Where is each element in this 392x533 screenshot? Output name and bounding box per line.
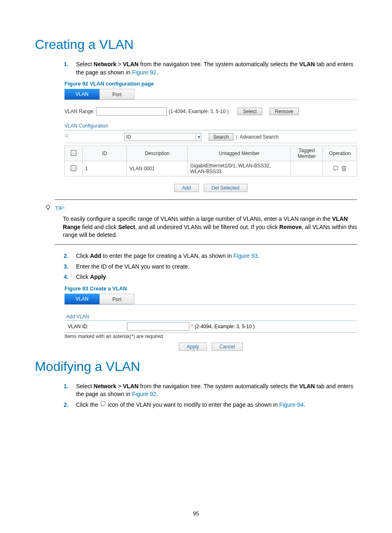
chevron-down-icon: ▾ [196, 134, 200, 140]
fig93-screenshot: VLAN Port Add VLAN VLAN ID: *(2-4094, Ex… [65, 294, 357, 351]
link-fig93[interactable]: Figure 93 [233, 253, 258, 259]
tip-label: TIP: [55, 205, 65, 211]
tab-bar: VLAN Port [65, 89, 357, 100]
fig93-caption: Figure 93 Create a VLAN [65, 285, 357, 292]
mod-step-1-number: 1. [64, 382, 76, 399]
fig92-screenshot: VLAN Port VLAN Range: (1-4094, Example: … [65, 89, 357, 192]
heading-creating-vlan: Creating a VLAN [35, 37, 357, 52]
modify-icon [100, 401, 106, 409]
cell-description: VLAN 0001 [127, 161, 188, 176]
vlan-id-input[interactable] [127, 322, 189, 331]
remove-button[interactable]: Remove [270, 108, 299, 115]
add-vlan-section: Add VLAN [65, 313, 357, 321]
select-button[interactable]: Select [238, 108, 262, 115]
vlan-range-hint: (1-4094, Example: 3, 5-10 ) [168, 109, 228, 114]
del-selected-button[interactable]: Del Selected [204, 184, 247, 192]
vlan-range-label: VLAN Range: [65, 109, 95, 114]
link-fig94[interactable]: Figure 94 [279, 401, 304, 408]
vlan-range-input[interactable] [96, 107, 167, 116]
th-tagged-member: Tagged Member [291, 146, 323, 161]
id-select[interactable]: ID ▾ [124, 133, 201, 141]
th-id: ID [83, 146, 127, 161]
row-checkbox[interactable] [71, 165, 76, 171]
cell-tagged [291, 161, 323, 176]
step-4-text: Click Apply. [76, 273, 108, 281]
modify-icon[interactable] [333, 165, 339, 172]
step-3-number: 3. [64, 263, 76, 271]
cell-untagged: GigabitEthernet1/0/1, WLAN-BSS32, WLAN-B… [188, 161, 291, 176]
step-3-text: Enter the ID of the VLAN you want to cre… [76, 263, 189, 271]
link-fig92-b[interactable]: Figure 92 [132, 391, 156, 397]
lightbulb-icon [44, 204, 52, 213]
th-untagged-member: Untagged Member [188, 146, 291, 161]
vlan-id-hint: (2-4094, Example: 3, 5-10 ) [195, 324, 255, 329]
link-fig92[interactable]: Figure 92 [132, 69, 156, 76]
table-row: 1 VLAN 0001 GigabitEthernet1/0/1, WLAN-B… [65, 161, 357, 176]
step-2-number: 2. [64, 252, 76, 260]
step-4-number: 4. [64, 273, 76, 281]
step-2-text: Click Add to enter the page for creating… [76, 252, 259, 260]
add-button[interactable]: Add [174, 184, 198, 192]
svg-point-0 [65, 134, 68, 137]
advanced-search-link[interactable]: Advanced Search [240, 134, 279, 140]
tip-body: To easily configure a specific range of … [63, 215, 357, 239]
delete-icon[interactable] [341, 165, 347, 172]
fig92-caption: Figure 92 VLAN configuration page [65, 81, 357, 87]
select-all-checkbox[interactable] [71, 150, 76, 156]
tab-port[interactable]: Port [99, 89, 134, 100]
vlan-id-label: VLAN ID: [65, 324, 125, 329]
required-asterisk: * [191, 324, 193, 329]
tab-port[interactable]: Port [99, 294, 134, 304]
th-description: Description [127, 146, 188, 161]
vlan-table: ID Description Untagged Member Tagged Me… [65, 146, 357, 176]
svg-point-2 [46, 206, 50, 209]
th-operation: Operation [323, 146, 357, 161]
mod-step-2-number: 2. [64, 401, 76, 409]
step-1-number: 1. [64, 60, 76, 76]
tab-vlan[interactable]: VLAN [65, 294, 99, 304]
mod-step-1-text: Select Network > VLAN from the navigatio… [76, 382, 357, 399]
search-icon [65, 134, 70, 140]
cancel-button[interactable]: Cancel [212, 343, 242, 351]
page-number: 95 [0, 510, 392, 517]
required-note: Items marked with an asterisk(*) are req… [65, 334, 357, 339]
svg-line-1 [67, 137, 69, 139]
vlan-config-section-title: VLAN Configuration [65, 123, 357, 130]
apply-button[interactable]: Apply [179, 343, 207, 351]
tip-block: TIP: To easily configure a specific rang… [55, 199, 357, 245]
cell-id: 1 [83, 161, 127, 176]
mod-step-2-text: Click the icon of the VLAN you want to m… [76, 401, 305, 409]
tab-vlan[interactable]: VLAN [65, 89, 99, 100]
step-1-text: Select Network > VLAN from the navigatio… [76, 60, 357, 76]
search-button[interactable]: Search [209, 133, 233, 141]
heading-modifying-vlan: Modifying a VLAN [35, 359, 357, 374]
